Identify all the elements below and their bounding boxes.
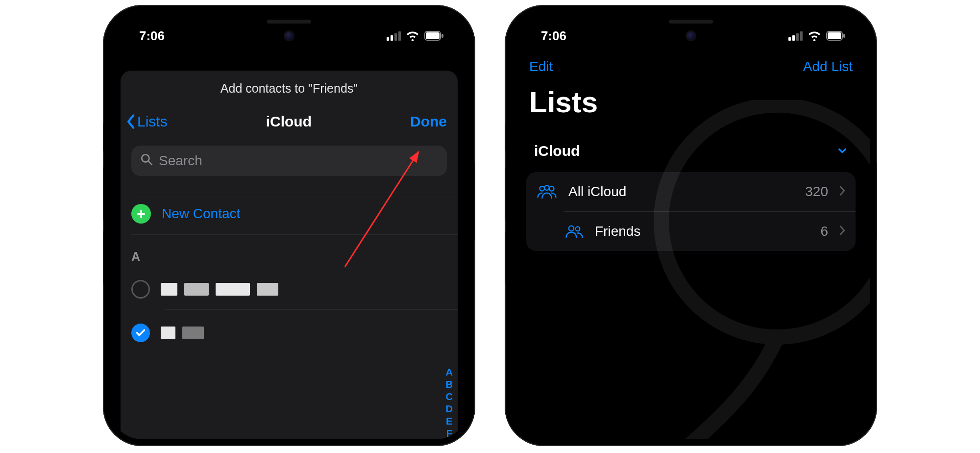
phone-right: 7:06 Edit Add List Lists iCloud [505, 5, 877, 446]
list-row-count: 320 [805, 184, 828, 200]
index-rail[interactable]: A B C D E F [446, 367, 453, 439]
svg-rect-1 [426, 32, 440, 39]
wifi-icon [808, 30, 821, 41]
page-title: Lists [512, 78, 870, 134]
contact-row[interactable] [121, 310, 458, 353]
svg-point-12 [549, 186, 554, 191]
list-row-all-icloud[interactable]: All iCloud 320 [526, 172, 856, 211]
lists-card: All iCloud 320 Friends [526, 172, 856, 251]
search-field[interactable]: Search [131, 146, 447, 176]
svg-point-14 [576, 226, 580, 231]
radio-checked-icon[interactable] [131, 324, 150, 342]
new-contact-row[interactable]: + New Contact [121, 193, 458, 234]
add-list-button[interactable]: Add List [803, 59, 853, 75]
account-label: iCloud [534, 143, 580, 159]
svg-rect-2 [441, 34, 443, 38]
back-button[interactable]: Lists [125, 113, 168, 130]
list-row-label: All iCloud [568, 184, 626, 200]
plus-icon: + [131, 204, 151, 224]
sheet-title: Add contacts to "Friends" [121, 71, 458, 100]
status-time: 7:06 [139, 28, 165, 44]
wifi-icon [406, 30, 419, 41]
contact-row[interactable] [121, 269, 458, 309]
radio-unchecked-icon[interactable] [131, 280, 150, 299]
group-two-icon [564, 225, 584, 238]
chevron-right-icon [839, 224, 846, 239]
svg-rect-9 [843, 34, 845, 38]
group-three-icon [536, 184, 558, 199]
svg-point-13 [569, 226, 574, 231]
contact-name-redacted [161, 327, 204, 339]
chevron-right-icon [839, 184, 846, 200]
done-button[interactable]: Done [410, 113, 447, 130]
cellular-icon [387, 31, 401, 41]
svg-rect-8 [828, 32, 841, 39]
contact-name-redacted [161, 283, 278, 296]
new-contact-label: New Contact [162, 206, 240, 222]
search-placeholder: Search [159, 153, 202, 169]
chevron-down-icon [837, 143, 848, 159]
section-index-letter: A [121, 235, 458, 269]
phone-left: 7:06 Add contacts to "Friends" Lists [103, 5, 475, 446]
list-row-label: Friends [595, 224, 640, 239]
search-icon [140, 153, 153, 169]
status-time: 7:06 [541, 28, 566, 44]
list-row-count: 6 [820, 224, 828, 239]
battery-icon [424, 31, 444, 41]
edit-button[interactable]: Edit [529, 59, 553, 75]
nav-title: iCloud [266, 113, 312, 130]
list-row-friends[interactable]: Friends 6 [564, 211, 856, 251]
svg-point-10 [539, 186, 544, 191]
account-header[interactable]: iCloud [512, 134, 870, 168]
back-label: Lists [137, 113, 168, 130]
svg-line-4 [148, 161, 152, 164]
battery-icon [826, 31, 846, 41]
svg-point-11 [544, 185, 549, 190]
cellular-icon [788, 31, 803, 41]
modal-sheet: Add contacts to "Friends" Lists iCloud D… [121, 71, 458, 439]
